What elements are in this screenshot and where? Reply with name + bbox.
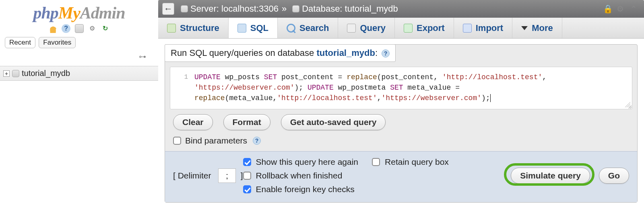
help-icon[interactable]: ? xyxy=(382,49,390,57)
breadcrumb-db-label: Database: xyxy=(302,4,342,14)
gear-icon[interactable]: ⚙ xyxy=(88,24,97,33)
import-icon xyxy=(463,24,472,33)
retain-label: Retain query box xyxy=(385,157,449,167)
breadcrumb-db-value[interactable]: tutorial_mydb xyxy=(345,4,398,14)
tab-export-label: Export xyxy=(417,23,445,33)
bind-parameters-row: Bind parameters ? xyxy=(165,136,637,151)
sql-window-icon[interactable] xyxy=(75,24,84,33)
breadcrumb-server-value[interactable]: localhost:3306 xyxy=(221,4,279,14)
sql-footer: [ Delimiter ] Show this query here again… xyxy=(165,151,637,202)
tab-more-label: More xyxy=(532,23,553,33)
sidebar-tabs: Recent Favorites xyxy=(0,37,158,48)
sql-icon xyxy=(237,24,246,33)
tab-import-label: Import xyxy=(476,23,503,33)
top-nav: Structure SQL Search Query Export Import… xyxy=(158,18,644,39)
expand-icon[interactable]: + xyxy=(3,70,10,77)
database-icon xyxy=(12,70,19,77)
fk-checkbox[interactable] xyxy=(243,185,251,193)
show-again-checkbox[interactable] xyxy=(243,158,251,166)
delimiter-input[interactable] xyxy=(218,168,236,183)
show-again-label: Show this query here again xyxy=(256,157,359,167)
export-icon xyxy=(404,24,413,33)
editor-button-row: Clear Format Get auto-saved query xyxy=(165,114,637,136)
sql-editor[interactable]: 1 UPDATE wp_posts SET post_content = rep… xyxy=(170,67,632,109)
phpmyadmin-logo[interactable]: phpMyAdmin xyxy=(0,3,158,23)
breadcrumb-server-label: Server: xyxy=(190,4,219,14)
sidebar-tab-favorites[interactable]: Favorites xyxy=(39,37,76,48)
format-button[interactable]: Format xyxy=(223,114,270,130)
panel-title-suffix: : xyxy=(375,48,378,58)
sidebar-permalink-icon[interactable]: ⊶ xyxy=(0,52,158,61)
tab-search[interactable]: Search xyxy=(278,18,338,38)
sql-panel: Run SQL query/queries on database tutori… xyxy=(165,44,638,203)
logo-part-admin: Admin xyxy=(80,4,125,22)
footer-options: Show this query here again Retain query … xyxy=(243,157,511,194)
tab-import[interactable]: Import xyxy=(454,18,512,38)
get-autosaved-button[interactable]: Get auto-saved query xyxy=(281,114,386,130)
home-icon[interactable] xyxy=(49,24,58,33)
resize-handle[interactable] xyxy=(625,102,630,107)
sidebar-tab-recent[interactable]: Recent xyxy=(5,37,35,48)
db-tree: + tutorial_mydb xyxy=(0,66,158,81)
breadcrumb: ← Server: localhost:3306 » Database: tut… xyxy=(158,0,644,18)
bind-parameters-checkbox[interactable] xyxy=(173,137,181,145)
fk-label: Enable foreign key checks xyxy=(256,185,355,194)
simulate-query-button[interactable]: Simulate query xyxy=(511,168,590,184)
tab-query[interactable]: Query xyxy=(338,18,395,38)
logo-part-my: My xyxy=(58,4,80,22)
panel-title-db[interactable]: tutorial_mydb xyxy=(316,48,375,58)
bind-parameters-label: Bind parameters xyxy=(185,136,247,146)
sidebar: phpMyAdmin ? ⚙ ↻ Recent Favorites ⊶ + tu… xyxy=(0,0,158,203)
database-icon xyxy=(292,5,299,12)
chevron-down-icon xyxy=(521,26,528,30)
tab-export[interactable]: Export xyxy=(395,18,454,38)
breadcrumb-right-icons: 🔒 ⚙ ⌃ xyxy=(603,4,640,14)
tab-query-label: Query xyxy=(360,23,386,33)
text-cursor xyxy=(490,94,491,102)
tab-sql[interactable]: SQL xyxy=(229,18,278,38)
reload-icon[interactable]: ↻ xyxy=(101,24,109,33)
panel-title: Run SQL query/queries on database tutori… xyxy=(165,44,396,62)
footer-actions: Simulate query Go xyxy=(511,168,629,184)
help-icon[interactable]: ? xyxy=(62,24,70,33)
db-tree-row[interactable]: + tutorial_mydb xyxy=(3,69,155,78)
tab-structure[interactable]: Structure xyxy=(158,18,229,38)
help-icon[interactable]: ? xyxy=(253,137,261,145)
query-icon xyxy=(347,24,356,33)
logo-part-php: php xyxy=(33,4,58,22)
collapse-icon[interactable]: ⌃ xyxy=(630,4,640,14)
tab-structure-label: Structure xyxy=(180,23,219,33)
tab-sql-label: SQL xyxy=(250,23,268,33)
rollback-label: Rollback when finished xyxy=(256,171,343,180)
breadcrumb-separator: » xyxy=(282,4,287,14)
main: ← Server: localhost:3306 » Database: tut… xyxy=(158,0,644,203)
back-button[interactable]: ← xyxy=(162,3,174,15)
tab-more[interactable]: More xyxy=(512,18,562,38)
lock-icon[interactable]: 🔒 xyxy=(603,4,613,14)
server-icon xyxy=(181,5,188,12)
retain-checkbox[interactable] xyxy=(372,158,380,166)
tab-search-label: Search xyxy=(299,23,329,33)
go-button[interactable]: Go xyxy=(599,168,629,184)
delimiter-group: [ Delimiter ] xyxy=(173,168,243,183)
search-icon xyxy=(287,24,295,33)
delimiter-label: Delimiter xyxy=(178,171,211,180)
panel-title-prefix: Run SQL query/queries on database xyxy=(171,48,316,58)
line-number: 1 xyxy=(184,74,188,81)
sidebar-icon-row: ? ⚙ ↻ xyxy=(0,24,158,33)
rollback-checkbox[interactable] xyxy=(243,172,251,180)
editor-gutter: 1 xyxy=(170,67,191,109)
structure-icon xyxy=(167,24,176,33)
clear-button[interactable]: Clear xyxy=(173,114,213,130)
settings-gear-icon[interactable]: ⚙ xyxy=(617,4,626,14)
db-tree-label: tutorial_mydb xyxy=(22,69,70,78)
